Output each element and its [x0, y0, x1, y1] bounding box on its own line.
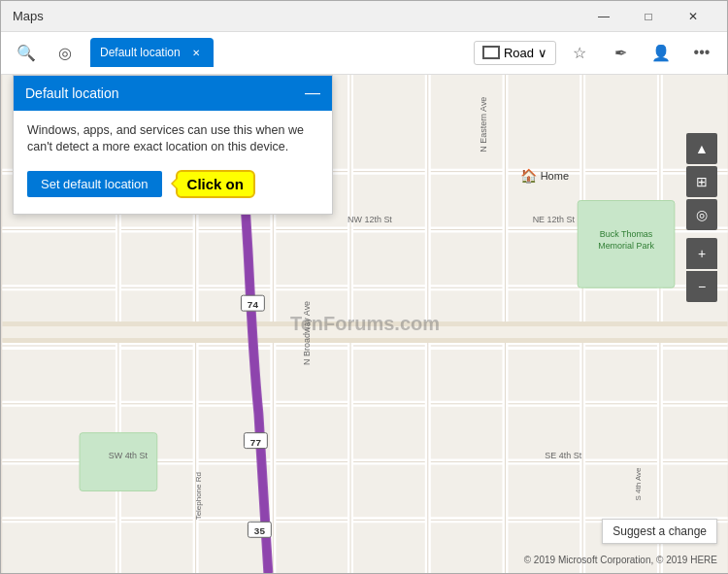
location-tab[interactable]: Default location ✕	[90, 38, 214, 67]
zoom-in-button[interactable]: +	[686, 238, 717, 269]
app-window: Maps — □ ✕ 🔍 ◎ Default location ✕ Road ∨…	[0, 0, 728, 574]
zoom-out-button[interactable]: −	[686, 271, 717, 302]
grid-icon: ⊞	[696, 174, 708, 189]
svg-text:74: 74	[248, 299, 259, 310]
location-icon[interactable]: ◎	[48, 35, 83, 70]
svg-text:Buck Thomas: Buck Thomas	[600, 229, 653, 239]
grid-view-button[interactable]: ⊞	[686, 166, 717, 197]
toolbar-right: Road ∨ ☆ ✒ 👤 •••	[474, 35, 719, 70]
home-label: 🏠 Home	[520, 168, 569, 184]
road-chevron-icon: ∨	[538, 46, 547, 60]
location-target-icon: ◎	[696, 207, 708, 222]
click-on-tooltip: Click on	[176, 170, 255, 198]
svg-text:35: 35	[254, 525, 266, 536]
compass-icon: ▲	[695, 141, 709, 156]
road-view-button[interactable]: Road ∨	[474, 41, 556, 65]
minimize-button[interactable]: —	[581, 1, 626, 32]
road-label: Road	[504, 46, 534, 60]
panel-title: Default location	[25, 85, 119, 101]
map-copyright: © 2019 Microsoft Corporation, © 2019 HER…	[524, 555, 717, 565]
map-controls: ▲ ⊞ ◎ + −	[686, 133, 717, 304]
svg-text:N Eastern Ave: N Eastern Ave	[479, 96, 488, 152]
title-bar-controls: — □ ✕	[581, 1, 715, 32]
panel-body: Windows, apps, and services can use this…	[14, 111, 332, 214]
pen-icon[interactable]: ✒	[603, 35, 638, 70]
svg-text:Memorial Park: Memorial Park	[598, 241, 654, 251]
svg-text:Telephone Rd: Telephone Rd	[194, 472, 203, 520]
location-tab-close-icon[interactable]: ✕	[188, 45, 204, 60]
home-icon: 🏠	[520, 168, 537, 184]
svg-text:SE 4th St: SE 4th St	[545, 450, 581, 459]
road-map-icon	[482, 46, 500, 59]
compass-button[interactable]: ▲	[686, 133, 717, 164]
app-title: Maps	[13, 9, 581, 23]
panel-minimize-button[interactable]: —	[305, 85, 320, 101]
svg-text:NE 12th St: NE 12th St	[533, 215, 576, 224]
maximize-button[interactable]: □	[626, 1, 671, 32]
zoom-out-icon: −	[698, 279, 706, 294]
svg-rect-42	[80, 433, 157, 491]
panel-description: Windows, apps, and services can use this…	[27, 122, 318, 156]
suggest-change-button[interactable]: Suggest a change	[602, 519, 717, 544]
location-panel: Default location — Windows, apps, and se…	[13, 75, 333, 215]
svg-text:S 4th Ave: S 4th Ave	[634, 467, 643, 501]
svg-text:77: 77	[250, 436, 262, 447]
location-tab-label: Default location	[100, 46, 181, 59]
panel-footer: Set default location Click on	[27, 170, 318, 198]
map-area: 74 77 35 Buck Thomas Memorial Park NW 12…	[1, 75, 728, 573]
zoom-in-icon: +	[698, 246, 706, 261]
title-bar: Maps — □ ✕	[1, 1, 727, 32]
panel-header: Default location —	[14, 76, 332, 111]
my-location-button[interactable]: ◎	[686, 199, 717, 230]
more-options-icon[interactable]: •••	[684, 35, 719, 70]
svg-rect-32	[2, 326, 727, 338]
home-text: Home	[541, 170, 569, 182]
set-default-location-button[interactable]: Set default location	[27, 171, 162, 197]
svg-text:NW 12th St: NW 12th St	[347, 215, 392, 224]
svg-text:N Broadway Ave: N Broadway Ave	[302, 301, 312, 365]
close-button[interactable]: ✕	[671, 1, 715, 32]
svg-text:SW 4th St: SW 4th St	[109, 450, 149, 459]
toolbar: 🔍 ◎ Default location ✕ Road ∨ ☆ ✒ 👤 •••	[1, 32, 727, 75]
person-icon[interactable]: 👤	[644, 35, 678, 70]
favorites-icon[interactable]: ☆	[562, 35, 597, 70]
search-icon[interactable]: 🔍	[9, 35, 44, 70]
